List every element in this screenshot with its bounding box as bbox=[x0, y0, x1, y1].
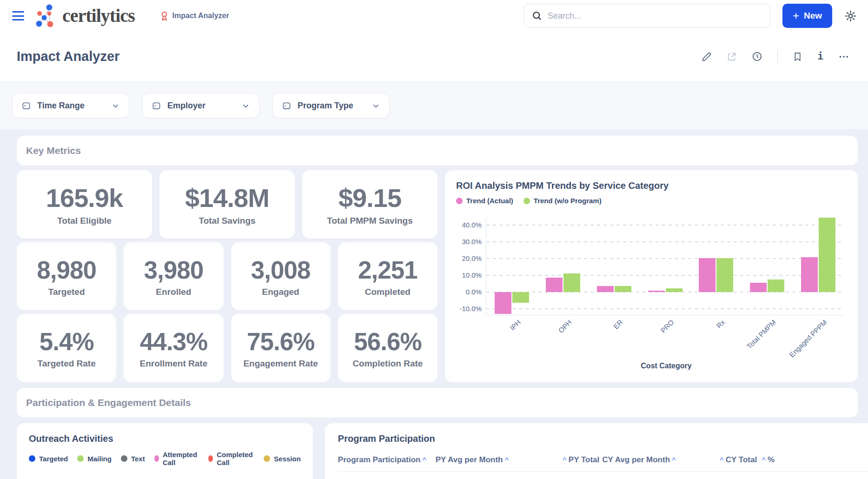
metric-label: Total PMPM Savings bbox=[327, 216, 412, 226]
column-header-cy-avg-per-month[interactable]: CY Avg per Month^ bbox=[602, 452, 697, 472]
metric-label: Total Eligible bbox=[57, 216, 112, 226]
column-header-cy-total[interactable]: ^CY Total bbox=[697, 452, 760, 472]
legend-dot bbox=[121, 455, 127, 462]
metric-card-completed: 2,251 Completed bbox=[338, 242, 437, 311]
roi-chart-legend: Trend (Actual)Trend (w/o Program) bbox=[456, 197, 847, 205]
breadcrumb-impact-analyzer[interactable]: Impact Analyzer bbox=[160, 11, 229, 21]
bar-trend-actual--er bbox=[597, 286, 614, 292]
outreach-title: Outreach Activities bbox=[29, 433, 301, 444]
column-header-py-avg-per-month[interactable]: PY Avg per Month^ bbox=[436, 452, 547, 472]
legend-dot bbox=[456, 198, 463, 204]
metric-card-total-savings: $14.8M Total Savings bbox=[159, 170, 295, 239]
metric-card-total-pmpm-savings: $9.15 Total PMPM Savings bbox=[302, 170, 437, 239]
y-axis-tick: 100,000 bbox=[29, 477, 68, 479]
metric-label: Total Savings bbox=[199, 216, 255, 226]
filter-program-type[interactable]: Program Type bbox=[272, 93, 390, 118]
bar-trend-w-o-program--iph bbox=[512, 292, 529, 303]
breadcrumb-label: Impact Analyzer bbox=[172, 12, 229, 20]
legend-item-completed-call[interactable]: Completed Call bbox=[208, 451, 255, 466]
column-header-program-participation[interactable]: Program Participation^ bbox=[338, 452, 436, 472]
cell-program-participation: Eligible Members bbox=[338, 472, 436, 479]
bar-trend-w-o-program--engaged-pppm bbox=[819, 218, 835, 292]
metric-label: Enrolled bbox=[156, 287, 191, 297]
metric-label: Engagement Rate bbox=[243, 359, 318, 369]
gridline bbox=[486, 225, 844, 226]
sort-caret-icon: ^ bbox=[760, 456, 768, 464]
gridline bbox=[486, 241, 844, 242]
bar-trend-w-o-program--er bbox=[615, 286, 631, 292]
legend-item-attempted-call[interactable]: Attempted Call bbox=[154, 451, 199, 466]
legend-item-trend-w-o-program-[interactable]: Trend (w/o Program) bbox=[523, 197, 602, 205]
roi-x-axis-title: Cost Category bbox=[486, 362, 847, 370]
info-icon[interactable]: i bbox=[817, 52, 823, 61]
filter-time-range[interactable]: Time Range bbox=[12, 93, 129, 118]
divider bbox=[777, 50, 778, 64]
filter-employer[interactable]: Employer bbox=[142, 93, 259, 118]
metric-value: $9.15 bbox=[338, 183, 401, 213]
table-row: Eligible Members13292.7159,51220739.6165… bbox=[338, 472, 868, 479]
sort-caret-icon: ^ bbox=[420, 456, 428, 464]
certilytics-logo[interactable]: certilytics bbox=[33, 3, 135, 28]
more-ellipsis-icon[interactable] bbox=[838, 52, 849, 62]
bookmark-icon[interactable] bbox=[793, 52, 802, 62]
sort-caret-icon: ^ bbox=[503, 456, 510, 464]
outreach-legend: TargetedMailingTextAttempted CallComplet… bbox=[29, 451, 301, 466]
metric-value: 2,251 bbox=[358, 256, 417, 284]
certilytics-logo-mark bbox=[33, 3, 58, 28]
roi-chart-title: ROI Analysis PMPM Trends by Service Cate… bbox=[456, 180, 847, 191]
chevron-down-icon bbox=[112, 102, 119, 110]
history-clock-icon[interactable] bbox=[752, 51, 762, 62]
metric-value: 165.9k bbox=[46, 183, 123, 213]
metric-value: $14.8M bbox=[185, 183, 269, 213]
sort-caret-icon: ^ bbox=[561, 456, 569, 464]
hamburger-menu-icon[interactable] bbox=[12, 11, 24, 20]
metric-card-engaged: 3,008 Engaged bbox=[231, 242, 331, 311]
search-input[interactable] bbox=[548, 11, 762, 21]
legend-item-mailing[interactable]: Mailing bbox=[77, 455, 112, 463]
legend-dot bbox=[523, 198, 530, 204]
legend-dot bbox=[208, 455, 213, 462]
legend-item-session[interactable]: Session bbox=[264, 455, 301, 463]
legend-item-targeted[interactable]: Targeted bbox=[29, 455, 68, 463]
edit-pencil-icon[interactable] bbox=[702, 52, 712, 62]
y-axis-tick: 20.0% bbox=[457, 254, 482, 262]
cell-cy-avg-per-month: 20739.6 bbox=[602, 472, 697, 479]
legend-item-text[interactable]: Text bbox=[121, 455, 145, 463]
tag-icon bbox=[282, 101, 291, 110]
metric-value: 75.6% bbox=[247, 327, 314, 356]
section-title: Participation & Engagement Details bbox=[26, 397, 191, 408]
metric-card-enrollment-rate: 44.3% Enrollment Rate bbox=[124, 314, 223, 382]
y-axis-tick: 40.0% bbox=[457, 221, 482, 229]
award-ribbon-icon bbox=[160, 11, 169, 21]
metric-value: 56.6% bbox=[354, 327, 421, 356]
bar-trend-w-o-program--total-pmpm bbox=[768, 279, 784, 292]
page-header: Impact Analyzer i bbox=[0, 32, 868, 81]
metric-value: 8,980 bbox=[37, 256, 96, 284]
metric-card-targeted: 8,980 Targeted bbox=[17, 242, 116, 311]
metric-card-targeted-rate: 5.4% Targeted Rate bbox=[17, 314, 116, 382]
metric-value: 44.3% bbox=[140, 327, 207, 356]
bar-trend-actual--pro bbox=[648, 291, 665, 292]
column-header-py-total[interactable]: ^PY Total bbox=[547, 452, 603, 472]
external-link-icon[interactable] bbox=[727, 52, 737, 62]
metric-value: 3,008 bbox=[251, 256, 311, 284]
gridline bbox=[486, 308, 844, 309]
metric-card-engagement-rate: 75.6% Engagement Rate bbox=[231, 314, 331, 382]
cell-%: 5 bbox=[760, 472, 868, 479]
settings-gear-icon[interactable] bbox=[844, 10, 857, 22]
page-title: Impact Analyzer bbox=[17, 49, 119, 64]
legend-item-trend-actual-[interactable]: Trend (Actual) bbox=[456, 197, 513, 205]
bar-trend-actual--total-pmpm bbox=[750, 283, 767, 292]
key-metrics-section-header: Key Metrics bbox=[17, 136, 858, 166]
bar-trend-w-o-program--pro bbox=[666, 288, 682, 292]
legend-dot bbox=[154, 455, 159, 462]
new-button[interactable]: + New bbox=[782, 4, 832, 28]
tag-icon bbox=[22, 101, 31, 110]
search-box bbox=[524, 4, 770, 28]
top-bar: certilytics Impact Analyzer + New bbox=[0, 0, 868, 32]
metric-card-completion-rate: 56.6% Completion Rate bbox=[338, 314, 437, 382]
metric-label: Targeted Rate bbox=[37, 359, 95, 369]
plus-icon: + bbox=[793, 10, 799, 21]
column-header-%[interactable]: ^% bbox=[760, 452, 868, 472]
metric-value: 3,980 bbox=[144, 256, 204, 284]
